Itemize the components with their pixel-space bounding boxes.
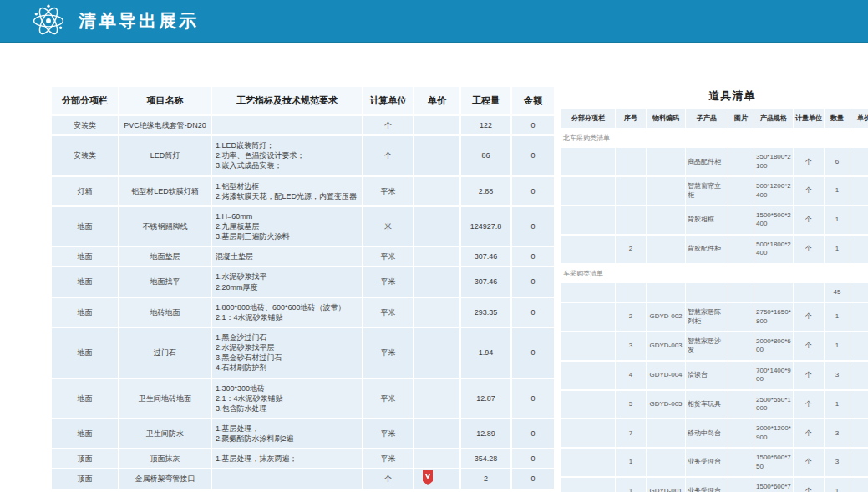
boq-table: 分部分项栏项目名称工艺指标及技术规范要求计算单位单价工程量金额 安装类PVC绝缘… xyxy=(52,87,556,490)
boq-cell xyxy=(414,136,461,176)
boq-column-header: 分部分项栏 xyxy=(52,87,119,116)
main-content: 分部分项栏项目名称工艺指标及技术规范要求计算单位单价工程量金额 安装类PVC绝缘… xyxy=(52,87,868,492)
boq-cell: 0 xyxy=(512,379,556,419)
table-row: 地面不锈钢踢脚线1.H=60mm 2.九厘板基层 3.基层刷三遍防火涂料米124… xyxy=(52,207,556,247)
props-cell xyxy=(850,419,868,449)
props-cell: 1 xyxy=(825,478,850,492)
table-row: 安装类PVC绝缘电线套管-DN20个1220 xyxy=(52,116,556,136)
boq-column-header: 单价 xyxy=(414,87,461,116)
props-cell: 4 xyxy=(616,362,647,391)
props-cell: 2750*1650*800 xyxy=(754,303,794,332)
props-column-header: 图片 xyxy=(728,109,754,129)
props-cell: 个 xyxy=(794,419,825,449)
props-column-header: 产品规格 xyxy=(754,109,794,129)
table-row: 智慧窗帘立柜500*1200*2400个1 xyxy=(561,177,868,206)
table-row: 7移动中岛台3000*1200*900个3 xyxy=(561,419,868,449)
boq-cell: 0 xyxy=(512,207,556,247)
boq-cell: 0 xyxy=(512,419,556,449)
props-cell: 业务受理台 xyxy=(686,478,728,492)
props-cell: 1 xyxy=(825,206,850,236)
props-cell xyxy=(561,148,616,177)
props-cell: 2000*800*600 xyxy=(754,332,794,362)
props-cell: 3 xyxy=(825,419,850,449)
props-cell xyxy=(616,148,647,177)
props-cell xyxy=(728,206,754,236)
props-cell: 个 xyxy=(794,303,825,332)
boq-cell: 金属桥架弯管接口 xyxy=(119,469,212,489)
props-cell: 个 xyxy=(794,206,825,236)
boq-cell: 个 xyxy=(363,469,414,489)
boq-cell: 1.水泥砂浆找平 2.20mm厚度 xyxy=(212,267,363,297)
props-cell xyxy=(794,283,825,303)
props-cell xyxy=(728,236,754,265)
props-cell xyxy=(616,177,647,206)
table-row: 5GDYD-005相货车玩具2500*550*1000个1 xyxy=(561,391,868,420)
boq-cell: 个 xyxy=(363,116,414,136)
boq-cell: 1.H=60mm 2.九厘板基层 3.基层刷三遍防火涂料 xyxy=(212,207,363,247)
props-cell: 1 xyxy=(616,478,647,492)
props-cell: 1 xyxy=(616,449,647,478)
boq-cell: LED筒灯 xyxy=(119,136,212,176)
boq-cell xyxy=(414,177,461,207)
boq-cell xyxy=(414,267,461,297)
boq-cell: 安装类 xyxy=(52,116,119,136)
props-cell: 500*1200*2400 xyxy=(754,177,794,206)
props-cell xyxy=(850,478,868,492)
props-cell xyxy=(647,419,686,449)
boq-column-header: 计算单位 xyxy=(363,87,414,116)
boq-cell xyxy=(414,116,461,136)
props-cell xyxy=(850,148,868,177)
boq-cell: 灯箱 xyxy=(52,177,119,207)
boq-cell: 地面 xyxy=(52,328,119,379)
props-cell xyxy=(616,206,647,236)
props-table-title: 道具清单 xyxy=(561,87,868,109)
boq-cell xyxy=(414,419,461,449)
props-cell xyxy=(728,283,754,303)
props-cell: 1 xyxy=(825,332,850,362)
props-cell xyxy=(561,177,616,206)
boq-cell: 安装类 xyxy=(52,136,119,176)
page-title: 清单导出展示 xyxy=(79,9,199,33)
table-row: 顶面顶面抹灰1.基层处理，抹灰两遍；平米354.280 xyxy=(52,449,556,469)
props-cell xyxy=(850,206,868,236)
section-label-row: 车采购类清单 xyxy=(561,265,868,283)
boq-column-header: 工程量 xyxy=(461,87,512,116)
table-row: 地面地面垫层混凝土垫层平米307.460 xyxy=(52,247,556,267)
boq-cell: 1.铝型材边框 2.烤漆软膜天花，配LED光源，内置变压器 xyxy=(212,177,363,207)
table-row: 2背胶配件柜500*1800*2400个1 xyxy=(561,236,868,265)
props-cell xyxy=(728,478,754,492)
boq-cell: 过门石 xyxy=(119,328,212,379)
props-cell xyxy=(728,148,754,177)
boq-cell: 122 xyxy=(461,116,512,136)
boq-cell xyxy=(212,469,363,489)
props-cell: 1 xyxy=(825,236,850,265)
boq-cell: 地面 xyxy=(52,419,119,449)
props-cell: GDYD-003 xyxy=(647,332,686,362)
boq-cell: 地面 xyxy=(52,298,119,328)
props-cell: 3 xyxy=(616,332,647,362)
props-column-header: 子产品 xyxy=(686,109,728,129)
props-cell: 7 xyxy=(616,419,647,449)
table-row: 地面地砖地面1.800*800地砖、600*600地砖（波带） 2.1：4水泥砂… xyxy=(52,298,556,328)
boq-cell: 米 xyxy=(363,207,414,247)
props-cell: 3000*1200*900 xyxy=(754,419,794,449)
boq-cell: 0 xyxy=(512,136,556,176)
boq-cell: 平米 xyxy=(363,247,414,267)
props-cell xyxy=(647,449,686,478)
boq-cell xyxy=(414,207,461,247)
props-cell: 45 xyxy=(825,283,850,303)
props-cell xyxy=(561,206,616,236)
props-cell xyxy=(561,478,616,492)
props-cell: 350*1800*2100 xyxy=(754,148,794,177)
table-row: 背胶相框1500*500*2400个1 xyxy=(561,206,868,236)
table-row: 灯箱铝型材LED软膜灯箱1.铝型材边框 2.烤漆软膜天花，配LED光源，内置变压… xyxy=(52,177,556,207)
props-cell xyxy=(728,419,754,449)
boq-cell: 0 xyxy=(512,328,556,379)
props-cell xyxy=(616,283,647,303)
boq-cell: 不锈钢踢脚线 xyxy=(119,207,212,247)
boq-cell: 个 xyxy=(363,136,414,176)
title-bar: 清单导出展示 xyxy=(0,0,868,43)
boq-cell: 顶面抹灰 xyxy=(119,449,212,469)
props-cell xyxy=(850,177,868,206)
props-cell xyxy=(561,449,616,478)
